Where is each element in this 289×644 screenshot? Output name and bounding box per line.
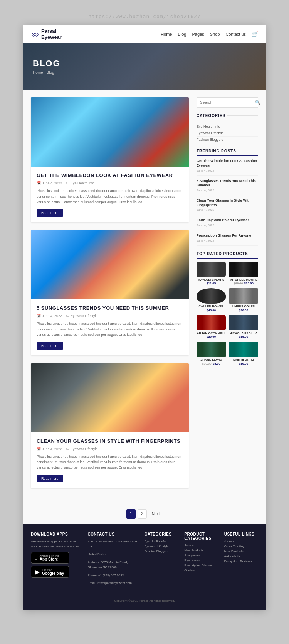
product-item-8[interactable]: DMITRI ORTIZ $19.00 — [229, 342, 258, 365]
google-play-button[interactable]: ▶ Get it on Google play — [31, 566, 69, 578]
breadcrumb-home[interactable]: Home — [33, 70, 43, 75]
footer-download-desc: Download our apps and find your favorite… — [31, 539, 82, 549]
footer-useful-5[interactable]: Ecosystem Reviews — [224, 559, 258, 563]
footer-useful-4[interactable]: Authenticity — [224, 554, 258, 558]
trending-title: TRENDING POSTS — [197, 149, 258, 156]
footer-useful-2[interactable]: Order Tracking — [224, 544, 258, 548]
trending-post-date-1: June 4, 2022 — [197, 169, 258, 172]
url-bar: https://www.huzhan.com/ishop21627 — [0, 8, 289, 25]
breadcrumb-current: Blog — [47, 70, 54, 75]
product-item-5[interactable]: ARJAN OCONNELL $20.00 — [197, 315, 226, 339]
logo[interactable]: Parsal Eyewear — [31, 28, 62, 40]
footer-useful-1[interactable]: Journal — [224, 539, 258, 543]
post-excerpt-1: Phasellus tincidunt ultrices massa sed t… — [37, 188, 183, 205]
google-play-sub: Get it on — [42, 569, 64, 571]
trending-section: TRENDING POSTS Get The Wimbledon Look At… — [197, 149, 258, 246]
trending-post-title-3[interactable]: Clean Your Glasses In Style With Fingerp… — [197, 199, 258, 207]
trending-post-title-4[interactable]: Earth Day With Polaref Eyewear — [197, 218, 258, 223]
footer-prod-6[interactable]: Oculars — [184, 569, 218, 572]
product-price-7: $30.00$3.00 — [197, 362, 226, 365]
product-price-5: $20.00 — [197, 335, 226, 339]
page-next-btn[interactable]: Next — [149, 510, 163, 517]
footer: Download Apps Download our apps and find… — [23, 524, 266, 611]
product-name-6: NICHOLA PADILLA — [229, 332, 258, 335]
top-rated-section: TOP RATED PRODUCTS KAYLUM SPEARS $11.05 … — [197, 252, 258, 365]
search-button[interactable]: 🔍 — [252, 98, 264, 107]
trending-post-title-1[interactable]: Get The Wimbledon Look At Fashion Eyewea… — [197, 159, 258, 168]
footer-prod-5[interactable]: Prescription Glasses — [184, 564, 218, 567]
footer-cat-3[interactable]: Fashion Bloggers — [144, 549, 178, 553]
app-store-sub: Available on the — [40, 554, 59, 557]
nav-pages[interactable]: Pages — [192, 32, 204, 37]
top-rated-title: TOP RATED PRODUCTS — [197, 252, 258, 259]
app-store-main: App Store — [40, 557, 59, 561]
footer-categories: Categories Eye Health Info Eyewear Lifes… — [144, 532, 178, 589]
trending-post-4: Earth Day With Polaref Eyewear June 4, 2… — [197, 218, 258, 230]
footer-prod-4[interactable]: Eyeglasses — [184, 559, 218, 562]
footer-useful-3[interactable]: New Products — [224, 549, 258, 553]
product-name-8: DMITRI ORTIZ — [229, 358, 258, 362]
nav-shop[interactable]: Shop — [210, 32, 220, 37]
app-store-button[interactable]:  Available on the App Store — [31, 552, 69, 564]
product-item-7[interactable]: ZHANE LEWIS $30.00$3.00 — [197, 342, 226, 365]
footer-download-title: Download Apps — [31, 532, 82, 536]
product-name-3: CALLEN BOWES — [197, 305, 226, 309]
product-item-4[interactable]: UNRUS COLES $26.00 — [229, 288, 258, 312]
page-btn-2[interactable]: 2 — [138, 509, 147, 519]
categories-section: CATEGORIES Eye Health Info Eyewear Lifes… — [197, 113, 258, 143]
nav-contact[interactable]: Contact us — [225, 32, 246, 37]
cart-icon[interactable]: 🛒 — [252, 31, 258, 37]
product-item-3[interactable]: CALLEN BOWES $45.00 — [197, 288, 226, 312]
read-more-btn-3[interactable]: Read more — [37, 475, 63, 482]
category-item-3[interactable]: Fashion Bloggers — [197, 137, 258, 143]
product-item-2[interactable]: MITCHELL MOORE $60.00$35.00 — [229, 262, 258, 285]
blog-post-1: GET THE WIMBLEDON LOOK AT FASHION EYEWEA… — [31, 97, 189, 222]
product-price-3: $45.00 — [197, 309, 226, 312]
product-image-8 — [229, 342, 258, 357]
footer-contact-title: Contact Us — [88, 532, 139, 536]
blog-post-3: CLEAN YOUR GLASSES IN STYLE WITH FINGERP… — [31, 363, 189, 488]
footer-contact-city: United States — [88, 552, 139, 557]
footer-contact-email: Email: info@parsaleyewear.com — [88, 581, 139, 586]
footer-grid: Download Apps Download our apps and find… — [31, 532, 258, 589]
product-item-1[interactable]: KAYLUM SPEARS $11.05 — [197, 262, 226, 285]
nav-home[interactable]: Home — [161, 32, 172, 37]
blog-posts-list: GET THE WIMBLEDON LOOK AT FASHION EYEWEA… — [31, 97, 189, 496]
trending-post-2: 5 Sunglasses Trends You Need This Summer… — [197, 179, 258, 195]
trending-post-title-2[interactable]: 5 Sunglasses Trends You Need This Summer — [197, 179, 258, 188]
product-image-7 — [197, 342, 226, 357]
trending-post-title-5[interactable]: Prescription Glasses For Anyone — [197, 234, 258, 238]
footer-cat-2[interactable]: Eyewear Lifestyle — [144, 544, 178, 548]
post-date-icon-2: 📅 June 4, 2022 — [37, 314, 62, 318]
product-item-6[interactable]: NICHOLA PADILLA $15.00 — [229, 315, 258, 339]
category-item-2[interactable]: Eyewear Lifestyle — [197, 130, 258, 137]
footer-prod-3[interactable]: Sunglasses — [184, 554, 218, 557]
hero-content: BLOG Home › Blog — [33, 58, 256, 75]
page-btn-1[interactable]: 1 — [126, 509, 136, 519]
trending-post-date-3: June 4, 2022 — [197, 208, 258, 212]
logo-icon — [31, 30, 39, 38]
footer-cat-1[interactable]: Eye Health Info — [144, 539, 178, 543]
read-more-btn-2[interactable]: Read more — [37, 342, 63, 350]
product-image-3 — [197, 288, 226, 304]
category-item-1[interactable]: Eye Health Info — [197, 123, 258, 130]
product-image-4 — [229, 288, 258, 304]
trending-post-date-4: June 4, 2022 — [197, 224, 258, 227]
post-date-icon-3: 📅 June 4, 2022 — [37, 447, 62, 451]
footer-prod-1[interactable]: Journal — [184, 544, 218, 547]
blog-post-2: 5 SUNGLASSES TRENDS YOU NEED THIS SUMMER… — [31, 230, 189, 355]
apple-icon:  — [35, 554, 37, 561]
search-input[interactable] — [197, 98, 252, 107]
trending-post-1: Get The Wimbledon Look At Fashion Eyewea… — [197, 159, 258, 175]
post-meta-3: 📅 June 4, 2022 🏷 Eyewear Lifestyle — [37, 447, 183, 451]
read-more-btn-1[interactable]: Read more — [37, 209, 63, 217]
post-title-2: 5 SUNGLASSES TRENDS YOU NEED THIS SUMMER — [37, 305, 183, 311]
site-header: Parsal Eyewear Home Blog Pages Shop Cont… — [23, 25, 266, 43]
post-title-3: CLEAN YOUR GLASSES IN STYLE WITH FINGERP… — [37, 438, 183, 444]
footer-prod-2[interactable]: New Products — [184, 549, 218, 552]
post-image-3 — [31, 363, 189, 432]
nav-blog[interactable]: Blog — [178, 32, 186, 37]
footer-contact-address: The Digital Games 14 Whitehall and trial — [88, 539, 139, 549]
main-nav: Home Blog Pages Shop Contact us 🛒 — [161, 31, 258, 37]
post-content-1: GET THE WIMBLEDON LOOK AT FASHION EYEWEA… — [31, 167, 189, 222]
